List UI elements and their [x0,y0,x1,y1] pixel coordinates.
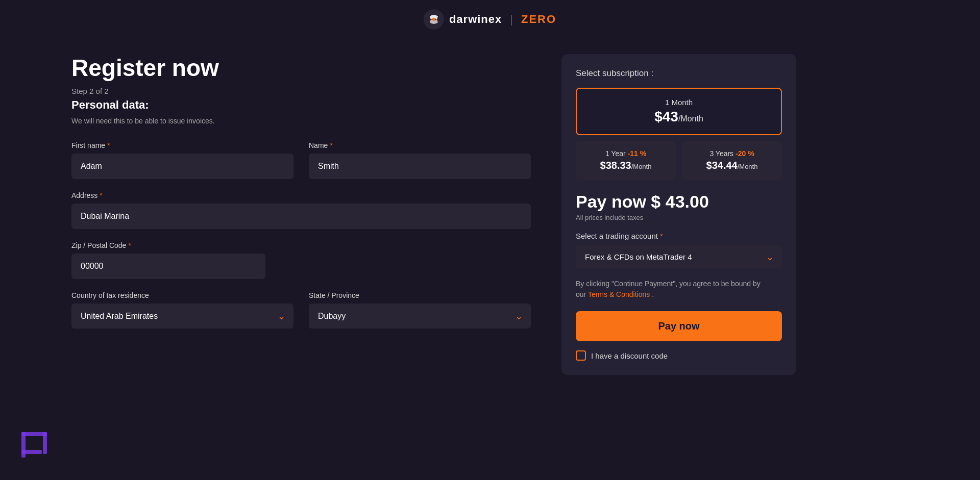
required-star-zip: * [128,241,131,249]
main-container: Register now Step 2 of 2 Personal data: … [0,39,980,375]
page-header: darwinex | ZERO [0,0,980,39]
step-indicator: Step 2 of 2 [71,87,531,95]
first-name-input[interactable] [71,154,293,179]
svg-point-1 [432,18,435,21]
trading-select-wrapper: Forex & CFDs on MetaTrader 4 ⌄ [576,245,782,268]
svg-rect-4 [21,450,42,454]
logo-divider: | [510,13,513,26]
country-select[interactable]: United Arab Emirates [71,304,293,329]
address-group: Address* [71,191,531,229]
pay-now-amount: Pay now $ 43.00 [576,192,782,212]
plan-3years-price: $34.44/Month [690,160,774,171]
bottom-logo [20,422,56,460]
address-label: Address* [71,191,531,199]
zip-group: Zip / Postal Code* [71,241,265,279]
logo: darwinex | ZERO [424,9,556,30]
country-state-row: Country of tax residence United Arab Emi… [71,291,531,329]
address-input[interactable] [71,204,531,229]
darwinex-logo-icon [424,9,444,30]
plan-1year-card[interactable]: 1 Year -11 % $38.33/Month [576,141,676,180]
country-select-wrapper: United Arab Emirates ⌄ [71,304,293,329]
zip-input[interactable] [71,254,265,279]
country-group: Country of tax residence United Arab Emi… [71,291,293,329]
discount-row: I have a discount code [576,350,782,361]
personal-data-heading: Personal data: [71,98,531,112]
required-star-name: * [330,141,332,149]
terms-conditions-link[interactable]: Terms & Conditions [588,290,650,298]
zip-row: Zip / Postal Code* [71,241,531,279]
discount-code-checkbox[interactable] [576,350,586,361]
discount-code-label: I have a discount code [591,351,668,360]
subscription-sidebar: Select subscription : 1 Month $43/Month … [561,54,796,375]
logo-zero-text: ZERO [521,13,556,26]
subscription-title: Select subscription : [576,68,782,79]
page-title: Register now [71,54,531,82]
pay-now-button[interactable]: Pay now [576,311,782,341]
invoice-note: We will need this to be able to issue in… [71,117,531,125]
plan-row-2: 1 Year -11 % $38.33/Month 3 Years -20 % … [576,141,782,180]
plan-1month-card[interactable]: 1 Month $43/Month [576,88,782,135]
zip-label: Zip / Postal Code* [71,241,265,249]
last-name-input[interactable] [309,154,531,179]
taxes-note: All prices include taxes [576,214,782,221]
plan-cards: 1 Month $43/Month 1 Year -11 % $38.33/Mo… [576,88,782,180]
svg-rect-5 [43,432,47,454]
name-row: First name* Name* [71,141,531,179]
last-name-label: Name* [309,141,531,149]
trading-account-select[interactable]: Forex & CFDs on MetaTrader 4 [576,245,782,268]
required-star: * [107,141,110,149]
form-section: Register now Step 2 of 2 Personal data: … [71,54,531,341]
plan-1month-price: $43/Month [586,109,772,125]
bottom-brand-icon [20,422,56,458]
state-select[interactable]: Dubayy [309,304,531,329]
plan-3years-duration: 3 Years -20 % [690,149,774,158]
plan-1month-duration: 1 Month [586,98,772,107]
first-name-label: First name* [71,141,293,149]
state-label: State / Province [309,291,531,299]
terms-text: By clicking "Continue Payment", you agre… [576,279,782,300]
country-label: Country of tax residence [71,291,293,299]
state-select-wrapper: Dubayy ⌄ [309,304,531,329]
trading-required-star: * [660,232,663,240]
plan-1year-duration: 1 Year -11 % [584,149,668,158]
last-name-group: Name* [309,141,531,179]
logo-darwinex-text: darwinex [449,13,502,26]
trading-account-label: Select a trading account* [576,232,782,240]
state-group: State / Province Dubayy ⌄ [309,291,531,329]
plan-1year-price: $38.33/Month [584,160,668,171]
plan-3years-card[interactable]: 3 Years -20 % $34.44/Month [682,141,782,180]
required-star-address: * [100,191,102,199]
first-name-group: First name* [71,141,293,179]
address-row: Address* [71,191,531,229]
